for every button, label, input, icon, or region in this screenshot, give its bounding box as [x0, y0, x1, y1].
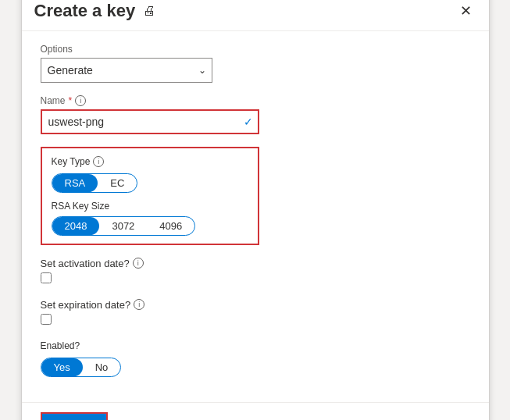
name-label: Name * i: [41, 95, 470, 106]
activation-checkbox[interactable]: [41, 272, 52, 283]
enabled-no-button[interactable]: No: [83, 358, 121, 376]
title-left: Create a key 🖨: [34, 1, 156, 21]
name-input-wrapper: ✓: [41, 109, 259, 134]
activation-info-icon[interactable]: i: [133, 258, 144, 269]
size-4096-button[interactable]: 4096: [147, 217, 194, 235]
name-input[interactable]: [41, 109, 259, 134]
expiration-label-row: Set expiration date? i: [41, 299, 470, 311]
panel-body: Options GenerateImportRestore Backup ⌄ N…: [22, 31, 489, 402]
create-button[interactable]: Create: [41, 412, 108, 421]
key-type-label: Key Type i: [52, 156, 248, 167]
key-type-info-icon[interactable]: i: [93, 156, 104, 167]
enabled-group: Enabled? Yes No: [41, 340, 470, 377]
activation-group: Set activation date? i: [41, 258, 470, 287]
enabled-yes-button[interactable]: Yes: [41, 358, 83, 376]
key-type-section: Key Type i RSA EC RSA Key Size 2048 3072…: [41, 147, 470, 245]
enabled-toggle-group: Yes No: [41, 358, 122, 377]
name-check-icon: ✓: [244, 116, 253, 128]
key-type-rsa-button[interactable]: RSA: [52, 174, 98, 192]
options-select[interactable]: GenerateImportRestore Backup: [41, 58, 212, 83]
name-group: Name * i ✓: [41, 95, 470, 134]
rsa-key-size-toggle-group: 2048 3072 4096: [52, 216, 196, 236]
options-select-wrapper: GenerateImportRestore Backup ⌄: [41, 58, 212, 83]
key-type-box: Key Type i RSA EC RSA Key Size 2048 3072…: [41, 147, 259, 245]
expiration-info-icon[interactable]: i: [134, 299, 144, 310]
expiration-group: Set expiration date? i: [41, 299, 470, 328]
name-info-icon[interactable]: i: [75, 95, 86, 106]
options-label: Options: [41, 44, 470, 55]
page-title: Create a key: [34, 1, 136, 21]
size-3072-button[interactable]: 3072: [99, 217, 147, 235]
enabled-label: Enabled?: [41, 340, 470, 351]
key-type-ec-button[interactable]: EC: [98, 174, 137, 192]
close-icon[interactable]: ✕: [455, 1, 476, 21]
size-2048-button[interactable]: 2048: [52, 217, 100, 235]
rsa-key-size-label: RSA Key Size: [52, 201, 248, 212]
name-required: *: [69, 95, 73, 106]
options-group: Options GenerateImportRestore Backup ⌄: [41, 44, 470, 83]
panel-footer: Create: [22, 402, 489, 421]
print-icon[interactable]: 🖨: [143, 4, 155, 18]
create-key-panel: Home > myimport1 > Select key from Azure…: [21, 0, 490, 420]
panel-header: Home > myimport1 > Select key from Azure…: [22, 0, 489, 31]
activation-label-row: Set activation date? i: [41, 258, 470, 269]
key-type-toggle-group: RSA EC: [52, 173, 138, 193]
title-row: Create a key 🖨 ✕: [34, 1, 476, 21]
expiration-checkbox[interactable]: [41, 314, 52, 325]
